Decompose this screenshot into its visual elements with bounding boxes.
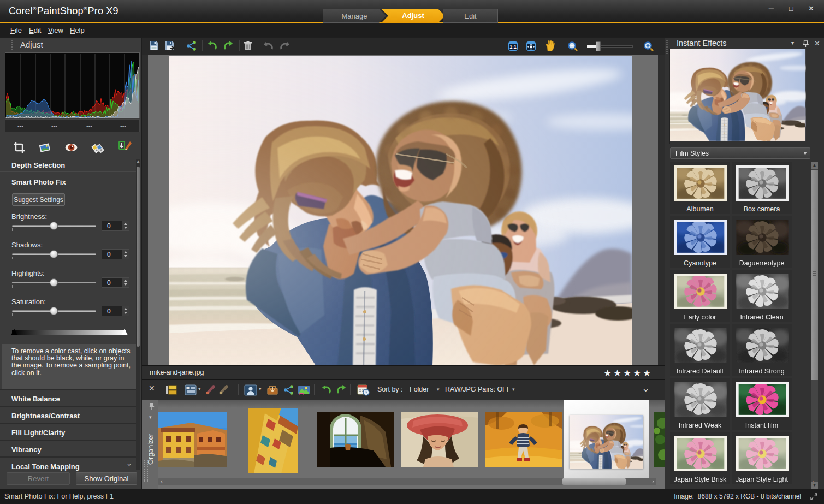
svg-text:1:1: 1:1 (509, 44, 517, 50)
